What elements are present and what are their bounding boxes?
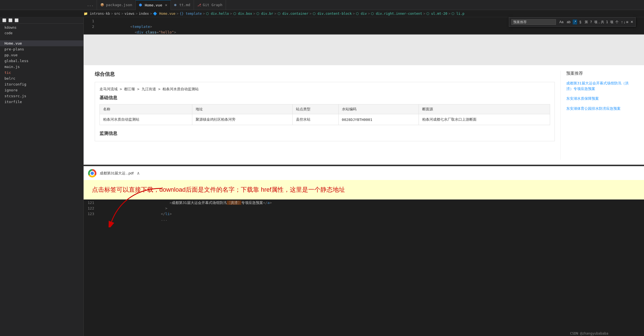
table-cell-name: 柏条河水质自动监测站 <box>100 114 192 125</box>
table-cell-source: 柏条河成都七水厂取水口上游断面 <box>419 114 550 125</box>
tab-home-vue[interactable]: Home.vue × <box>136 0 171 10</box>
sidebar-pp-label: pp.vue <box>4 53 18 57</box>
sidebar-header: ⬜ ⬜ ⬜ <box>2 18 19 22</box>
sidebar-item-main[interactable]: main.js <box>0 64 83 70</box>
tab-git-icon: ⎇ <box>197 3 201 7</box>
sidebar-tic-label: tic <box>4 70 11 75</box>
preview-pane: 综合信息 走马河流域 > 都江堰 > 九江街道 > 柏条河水质自动监测站 基础信… <box>84 35 644 165</box>
breadcrumb-part-13[interactable]: ⬡ ul.mt-20 <box>426 12 447 16</box>
table-header-type: 站点类型 <box>292 104 338 114</box>
sidebar-item-belrc[interactable]: belrc <box>0 76 83 81</box>
breadcrumb-part-11[interactable]: ⬡ div <box>356 12 367 16</box>
line-num-123: 123 <box>84 211 98 217</box>
preview-section-title: 综合信息 <box>95 71 555 77</box>
code-line-122: </li> <box>98 206 644 211</box>
preplan-link-2[interactable]: 东安湖体育公园排水防涝应急预案 <box>566 106 633 111</box>
find-count: 第 ? 项，共 1 项 个 <box>585 20 619 25</box>
find-bar[interactable]: Aa ab .* § 第 ? 项，共 1 项 个 ↑ ↓ ≡ × <box>509 17 636 27</box>
preview-breadcrumb: 走马河流域 > 都江堰 > 九江街道 > 柏条河水质自动监测站 <box>99 87 550 92</box>
tab-dots-label: ... <box>87 3 93 7</box>
sidebar-item-stcssrc[interactable]: stcssrc.js <box>0 93 83 99</box>
sidebar-item-pp[interactable]: pp.vue <box>0 52 83 58</box>
breadcrumb-part-9[interactable]: ⬡ div.container <box>278 12 308 16</box>
sidebar-item-ignore[interactable]: ignore <box>0 87 83 93</box>
find-input[interactable] <box>511 19 556 25</box>
breadcrumb-part-8[interactable]: ⬡ div.br <box>256 12 273 16</box>
sidebar-preplans-label: pre-plans <box>4 47 24 51</box>
find-case-btn[interactable]: Aa <box>558 20 565 25</box>
preplan-link-1[interactable]: 东安湖水质保障预案 <box>566 96 633 101</box>
table-cell-code: 0028DJYBTH0001 <box>338 114 419 125</box>
chrome-icon <box>88 169 96 177</box>
breadcrumb-bar: 📁 introns-kb > src > views > index > 🔷 H… <box>0 10 644 17</box>
download-chevron[interactable]: ∧ <box>137 171 140 176</box>
sidebar-item-home[interactable]: Home.vue <box>0 40 83 46</box>
sidebar-global-label: global.less <box>4 59 28 63</box>
sidebar-home-label: Home.vue <box>4 41 22 45</box>
find-regex-btn[interactable]: .* <box>573 20 577 25</box>
line-num-121: 121 <box>84 200 98 206</box>
tab-package-icon: 📦 <box>100 3 104 7</box>
preview-table: 名称 地址 站点类型 水站编码 断面源 柏条河水质自动监测站 <box>99 104 550 125</box>
sidebar-main-label: main.js <box>4 65 20 69</box>
breadcrumb-part-3[interactable]: index <box>139 12 149 16</box>
table-cell-type: 县控水站 <box>292 114 338 125</box>
breadcrumb-part-10[interactable]: ⬡ div.content-block <box>313 12 352 16</box>
sidebar: ⬜ ⬜ ⬜ kdowns code Home.vue pre-plans pp.… <box>0 17 84 336</box>
tab-git-label: Git Graph <box>203 3 222 7</box>
find-nav: ↑ ↓ ≡ <box>621 20 628 24</box>
annotation-bar: 点击标签可以直接下载，download后面是文件的名字；下载靠 href属性，这… <box>84 180 644 199</box>
breadcrumb-part-0[interactable]: 📁 introns-kb <box>84 12 110 16</box>
tab-bar: ... 📦 package.json Home.vue × tt.md ⎇ Gi… <box>0 0 644 10</box>
preplan-link-0[interactable]: 成都第31届大运会开幕式场馆防汛（洪涝）专项应急预案 <box>566 81 633 91</box>
breadcrumb-part-1[interactable]: src <box>114 12 120 16</box>
breadcrumb-part-7[interactable]: ⬡ div.box <box>233 12 252 16</box>
table-header-name: 名称 <box>100 104 192 114</box>
sidebar-item-global[interactable]: global.less <box>0 58 83 64</box>
breadcrumb-part-4[interactable]: 🔷 Home.vue <box>153 12 175 16</box>
table-row: 柏条河水质自动监测站 聚源镇金鸡社区柏条河旁 县控水站 0028DJYBTH00… <box>100 114 550 125</box>
csdn-credit: CSDN @zhangyubababa <box>568 331 611 336</box>
tab-tt-md[interactable]: tt.md <box>171 0 194 10</box>
table-cell-addr: 聚源镇金鸡社区柏条河旁 <box>192 114 292 125</box>
tab-package-label: package.json <box>106 3 132 7</box>
code-line-123: ... <box>98 211 644 217</box>
sidebar-item-itorconfig[interactable]: itorconfig <box>0 81 83 87</box>
preview-monitor-title: 监测信息 <box>99 131 550 137</box>
main-layout: ⬜ ⬜ ⬜ kdowns code Home.vue pre-plans pp.… <box>0 17 644 336</box>
sidebar-item-code[interactable]: code <box>0 30 83 36</box>
breadcrumb-part-2[interactable]: views <box>125 12 135 16</box>
sidebar-belrc-label: belrc <box>4 76 15 81</box>
table-header-addr: 地址 <box>192 104 292 114</box>
find-next-btn[interactable]: ↓ <box>623 20 625 24</box>
annotation-text: 点击标签可以直接下载，download后面是文件的名字；下载靠 href属性，这… <box>92 186 345 194</box>
preplan-panel: 预案推荐 成都第31届大运会开幕式场馆防汛（洪涝）专项应急预案 东安湖水质保障预… <box>560 71 633 160</box>
table-header-code: 水站编码 <box>338 104 419 114</box>
tab-home-close[interactable]: × <box>165 3 167 7</box>
find-extra-btn[interactable]: § <box>578 20 582 25</box>
download-filename: 成都第31届大运...pdf <box>100 171 133 176</box>
sidebar-stcssrc-label: stcssrc.js <box>4 94 26 98</box>
sidebar-item-tic[interactable]: tic <box>0 70 83 76</box>
sidebar-itorconfig-label: itorconfig <box>4 82 26 86</box>
breadcrumb-part-6[interactable]: ⬡ div.hello <box>206 12 229 16</box>
breadcrumb-part-14[interactable]: ⬡ li.p <box>451 12 464 16</box>
preview-top-strip <box>84 35 644 65</box>
sidebar-item-itorfile[interactable]: itorfile <box>0 99 83 105</box>
breadcrumb-part-12[interactable]: ⬡ div.right.inner-content <box>371 12 422 16</box>
tab-dots[interactable]: ... <box>84 0 97 10</box>
find-prev-btn[interactable]: ↑ <box>621 20 623 24</box>
tab-git-graph[interactable]: ⎇ Git Graph <box>194 0 226 10</box>
preplan-title: 预案推荐 <box>566 71 633 76</box>
sidebar-item-kdowns[interactable]: kdowns <box>0 25 83 30</box>
sidebar-item-pre-plans[interactable]: pre-plans <box>0 46 83 52</box>
sidebar-ignore-label: ignore <box>4 88 18 92</box>
breadcrumb-part-5[interactable]: {} template <box>180 12 202 16</box>
find-list-btn[interactable]: ≡ <box>626 20 628 24</box>
tab-tt-label: tt.md <box>179 3 190 7</box>
tab-home-label: Home.vue <box>145 3 162 7</box>
find-close-btn[interactable]: × <box>631 20 633 25</box>
find-word-btn[interactable]: ab <box>566 20 572 25</box>
tab-package[interactable]: 📦 package.json <box>97 0 136 10</box>
sidebar-itorfile-label: itorfile <box>4 100 22 104</box>
